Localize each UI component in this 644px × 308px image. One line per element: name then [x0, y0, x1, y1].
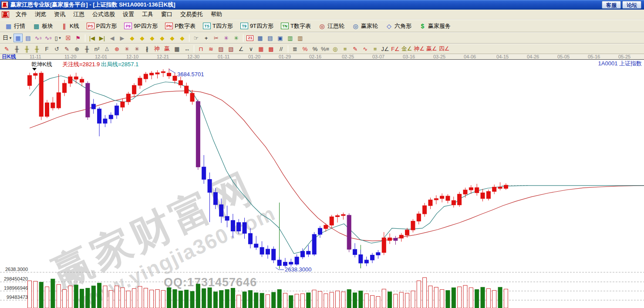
- gold-angle-button[interactable]: 金∠: [401, 44, 413, 53]
- candle-style-button[interactable]: ▯▼: [54, 34, 63, 42]
- target-circle-button[interactable]: ⊕: [112, 44, 121, 53]
- arc-tool-button[interactable]: ↺: [52, 44, 61, 53]
- mw-wave-button[interactable]: ∿: [361, 44, 370, 53]
- menu-item-4[interactable]: 公式选股: [88, 10, 119, 19]
- fan-lines-button[interactable]: ≋: [206, 44, 216, 53]
- report-view-button[interactable]: ▤: [24, 34, 33, 42]
- gold-levels-2-button[interactable]: ≡: [371, 44, 380, 53]
- menu-item-7[interactable]: 窗口: [157, 10, 176, 19]
- red-grid-2-button[interactable]: ▩: [266, 44, 276, 53]
- menu-item-2[interactable]: 资讯: [50, 10, 69, 19]
- kline-chart[interactable]: 2638.300029845042019896694699483473 乾坤K线…: [0, 60, 644, 308]
- fibonacci-ruler-button[interactable]: F: [42, 44, 51, 53]
- gann-fan-grid-button[interactable]: ✳: [232, 34, 241, 42]
- quotes-button[interactable]: ▦行情: [2, 21, 28, 31]
- 9p-square-button[interactable]: P99P四方形: [121, 21, 161, 31]
- sectors-button[interactable]: ▩板块: [30, 21, 56, 31]
- menu-item-6[interactable]: 工具: [138, 10, 157, 19]
- trade-terminal-button[interactable]: ▥: [296, 34, 305, 42]
- mark-pen-button[interactable]: ✎: [351, 44, 360, 53]
- angle-line-button[interactable]: ∠: [236, 44, 246, 53]
- compress-horizontal-button[interactable]: ◆: [148, 34, 157, 42]
- comb-tool-button[interactable]: ╫: [82, 44, 91, 53]
- cycle-tool-button[interactable]: ⊕: [72, 44, 81, 53]
- data-download-button[interactable]: ▥: [286, 34, 295, 42]
- memo-button[interactable]: ▤: [266, 34, 275, 42]
- next-page-button[interactable]: ▶: [118, 34, 127, 42]
- wave-9-button[interactable]: ∿9: [44, 34, 53, 42]
- save-button[interactable]: ▣: [276, 34, 285, 42]
- shen-tool-button[interactable]: 神: [152, 44, 162, 53]
- zoom-out-button[interactable]: ◆: [168, 34, 177, 42]
- wave-3-button[interactable]: ∿3: [34, 34, 43, 42]
- flag-marker-button[interactable]: ⚑: [74, 34, 83, 42]
- t-square-button[interactable]: TST四方形: [200, 21, 236, 31]
- menu-item-5[interactable]: 设置: [119, 10, 138, 19]
- angle-mirror-button[interactable]: ∆: [102, 44, 111, 53]
- gold-ruler-2-button[interactable]: ╫: [32, 44, 41, 53]
- price-grid-button[interactable]: ▦: [172, 44, 182, 53]
- calendar-button[interactable]: 21: [246, 34, 255, 42]
- first-page-button[interactable]: |◀: [88, 34, 97, 42]
- gold-ruler-button[interactable]: ╫: [22, 44, 31, 53]
- hexagon-button[interactable]: ◇六角形: [382, 21, 415, 31]
- compress-left-button[interactable]: ◆: [128, 34, 137, 42]
- prev-page-button[interactable]: ◀: [108, 34, 117, 42]
- j-angle-button[interactable]: J∠: [381, 44, 390, 53]
- pattern-x-button[interactable]: ☒: [64, 34, 73, 42]
- shade-box-2-button[interactable]: ▧: [226, 44, 236, 53]
- crosshair-button[interactable]: +: [202, 34, 211, 42]
- last-page-button[interactable]: ▶|: [98, 34, 107, 42]
- p-table-button[interactable]: PNP数字表: [162, 21, 199, 31]
- shade-box-button[interactable]: ▨: [216, 44, 226, 53]
- f-angle-button[interactable]: F∠: [391, 44, 400, 53]
- shen-angle-button[interactable]: 神∠: [413, 44, 425, 53]
- menu-item-3[interactable]: 江恩: [69, 10, 88, 19]
- t-table-button[interactable]: TNT数字表: [278, 21, 314, 31]
- chart-area[interactable]: 赢家财富网 www.yingjia360.com QQ:1731457646 2…: [0, 60, 644, 308]
- zoom-in-button[interactable]: ◆: [158, 34, 167, 42]
- network-view-button[interactable]: ▦: [13, 34, 23, 42]
- four-angle-button[interactable]: 四∠: [438, 44, 450, 53]
- square-number-button[interactable]: n²: [92, 44, 101, 53]
- web-grid-button[interactable]: ✳: [132, 44, 142, 53]
- hatch-lines-button[interactable]: //: [276, 44, 286, 53]
- menu-item-9[interactable]: 帮助: [207, 10, 226, 19]
- percent-levels-button[interactable]: %≡: [320, 44, 330, 53]
- calculator-button[interactable]: ▦: [256, 34, 265, 42]
- span-measure-button[interactable]: ↔: [182, 44, 192, 53]
- 9t-square-button[interactable]: T99T四方形: [237, 21, 276, 31]
- percent-icon: %: [313, 46, 318, 52]
- draw-line-button[interactable]: ✎: [2, 44, 11, 53]
- customer-service-button[interactable]: 客服: [602, 1, 621, 9]
- percent-button[interactable]: %: [310, 44, 320, 53]
- box-tool-button[interactable]: ⊓: [196, 44, 206, 53]
- parallel-lines-button[interactable]: ∦: [142, 44, 152, 53]
- gann-wheel-button[interactable]: ◎江恩轮: [315, 21, 347, 31]
- menu-item-1[interactable]: 浏览: [31, 10, 50, 19]
- menu-item-0[interactable]: 文件: [12, 10, 31, 19]
- gold-circle-button[interactable]: ◎: [330, 44, 340, 53]
- time-ruler-button[interactable]: ╫: [12, 44, 21, 53]
- bar-stats-button[interactable]: ≣: [290, 44, 300, 53]
- forum-button[interactable]: 论坛: [622, 1, 641, 9]
- winner-wheel-button[interactable]: ◎赢家轮: [349, 21, 381, 31]
- zoom-all-button[interactable]: ◆: [178, 34, 187, 42]
- win-angle-button[interactable]: 赢∠: [426, 44, 438, 53]
- p-square-button[interactable]: PSP四方形: [84, 21, 120, 31]
- pen-tool-button[interactable]: ✎: [62, 44, 71, 53]
- menu-item-8[interactable]: 交易委托: [176, 10, 207, 19]
- gann-grid-button[interactable]: ✳: [222, 34, 231, 42]
- kline-button[interactable]: ∥K线: [57, 21, 82, 31]
- gold-levels-button[interactable]: ≡: [341, 44, 350, 53]
- percent-red-button[interactable]: %: [300, 44, 310, 53]
- winner-service-button[interactable]: $赢家服务: [416, 21, 454, 31]
- period-day-button[interactable]: 日▼: [2, 34, 13, 42]
- spider-web-button[interactable]: ✳: [122, 44, 131, 53]
- cut-tool-button[interactable]: ✂: [212, 34, 221, 42]
- vee-line-button[interactable]: ∨: [246, 44, 256, 53]
- win-tool-button[interactable]: 赢: [162, 44, 172, 53]
- compress-right-button[interactable]: ◆: [138, 34, 147, 42]
- red-grid-button[interactable]: ▦: [256, 44, 266, 53]
- hand-tool-button[interactable]: ☞: [192, 34, 201, 42]
